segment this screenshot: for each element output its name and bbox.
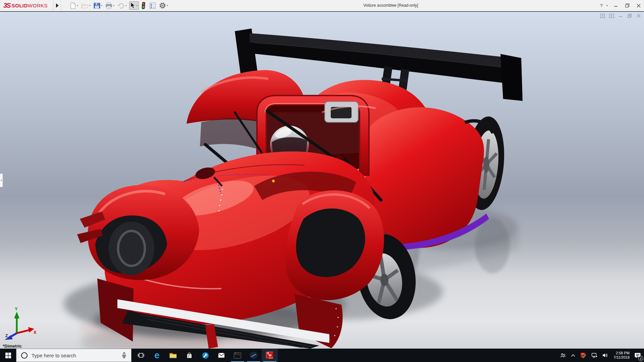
task-view-button[interactable]	[133, 349, 149, 362]
save-dropdown-caret[interactable]: ▾	[101, 4, 102, 7]
traffic-light-icon	[141, 2, 146, 9]
pane-right-button[interactable]	[609, 13, 614, 18]
pane-left-button[interactable]	[600, 13, 605, 18]
new-dropdown-caret[interactable]: ▾	[77, 4, 78, 7]
store-icon	[186, 352, 193, 359]
store-button[interactable]	[181, 349, 197, 362]
file-properties-icon	[149, 2, 156, 9]
solidworks-2017-icon: S W 2017	[266, 352, 273, 359]
doc-close-button[interactable]	[636, 13, 641, 18]
search-input[interactable]	[32, 353, 121, 358]
help-button[interactable]: ?	[598, 2, 605, 9]
hexagon-app-button[interactable]	[246, 349, 262, 362]
desktop-screen: 3S SOLIDWORKS ▾ ▾	[0, 0, 644, 362]
title-bar: 3S SOLIDWORKS ▾ ▾	[0, 0, 644, 11]
mail-icon	[218, 353, 225, 358]
solidworks-logo: 3S SOLIDWORKS	[3, 0, 48, 11]
volume-button[interactable]	[602, 353, 608, 358]
view-orientation-label: *Dimetric	[3, 344, 22, 349]
flyout-arrow-icon	[56, 3, 59, 8]
command-prompt-icon: C:\_	[234, 352, 241, 359]
doc-minimize-button[interactable]	[618, 13, 623, 18]
hexagon-app-icon	[250, 351, 257, 359]
support-tool-button[interactable]	[197, 349, 213, 362]
feature-panel-tab[interactable]	[0, 173, 3, 187]
minimize-icon	[614, 4, 618, 8]
rebuild-button[interactable]	[141, 1, 147, 10]
menu-flyout-button[interactable]	[53, 0, 61, 11]
notification-badge: 2	[638, 356, 643, 361]
edge-button[interactable]: e	[149, 349, 165, 362]
microphone-icon[interactable]	[121, 352, 127, 358]
solidworks-logo-text: SOLID	[11, 3, 28, 8]
taskbar-clock[interactable]: 2:58 PM 7/11/2018	[613, 351, 630, 360]
options-button[interactable]: ▾	[158, 1, 169, 10]
select-tool-button[interactable]: ▾	[129, 1, 139, 10]
doc-close-icon	[637, 14, 641, 18]
triad-z-label: Z	[5, 334, 8, 338]
solidworks-logo-mark-icon: 3S	[3, 2, 10, 9]
file-explorer-button[interactable]	[165, 349, 181, 362]
solidworks-taskbar-button[interactable]: S W 2017	[262, 349, 278, 362]
system-tray: 2:58 PM 7/11/2018 2	[558, 349, 644, 362]
tray-overflow-button[interactable]	[571, 354, 576, 357]
people-icon	[560, 353, 566, 358]
undo-button[interactable]: ▾	[117, 2, 127, 10]
triad-y-label: Y	[15, 306, 18, 311]
close-button[interactable]	[635, 2, 642, 9]
select-cursor-icon	[130, 2, 136, 9]
people-button[interactable]	[560, 353, 566, 358]
command-prompt-button[interactable]: C:\_	[229, 349, 246, 362]
restore-button[interactable]	[624, 2, 631, 9]
action-center-button[interactable]: 2	[632, 349, 643, 362]
help-dropdown-caret[interactable]: ▾	[606, 4, 608, 7]
file-properties-button[interactable]	[149, 2, 157, 10]
panel-tab-dot	[1, 180, 2, 181]
doc-restore-button[interactable]	[627, 13, 632, 18]
open-button[interactable]: ▾	[80, 2, 91, 9]
taskbar-search[interactable]	[16, 349, 131, 362]
file-explorer-icon	[169, 352, 177, 359]
3d-model-scene[interactable]	[0, 12, 644, 349]
orientation-triad: Y X Z	[1, 306, 36, 341]
pane-left-icon	[600, 14, 605, 18]
new-document-icon	[70, 2, 76, 9]
new-document-button[interactable]: ▾	[69, 2, 79, 10]
graphics-viewport[interactable]: Y X Z *Dimetric	[0, 12, 644, 349]
windows-taskbar: e	[0, 349, 644, 362]
minimize-button[interactable]	[612, 2, 619, 9]
quick-access-toolbar: ▾ ▾ ▾	[69, 0, 170, 11]
print-dropdown-caret[interactable]: ▾	[113, 4, 114, 7]
window-controls: ? ▾	[598, 0, 642, 11]
print-icon	[105, 2, 112, 9]
taskbar-apps: e	[133, 349, 278, 362]
close-icon	[637, 4, 641, 8]
undo-icon	[117, 2, 125, 9]
select-dropdown-caret[interactable]: ▾	[136, 4, 138, 7]
doc-minimize-icon	[619, 14, 623, 18]
open-folder-icon	[81, 2, 89, 9]
solidworks-logo-text-light: WORKS	[28, 3, 48, 8]
gear-icon	[159, 2, 166, 9]
solidworks-tray-button[interactable]	[580, 352, 587, 358]
options-dropdown-caret[interactable]: ▾	[167, 4, 168, 7]
solidworks-tray-icon	[580, 352, 587, 358]
network-icon	[591, 353, 597, 358]
triad-x-label: X	[34, 330, 36, 335]
document-window-controls	[600, 13, 641, 18]
pane-right-icon	[609, 14, 614, 18]
sketch-point[interactable]	[272, 180, 275, 183]
network-button[interactable]	[591, 353, 597, 358]
open-dropdown-caret[interactable]: ▾	[89, 4, 91, 7]
print-button[interactable]: ▾	[105, 2, 115, 10]
mail-button[interactable]	[213, 349, 229, 362]
wrench-circle-icon	[202, 352, 209, 359]
window-title: Voiture assomblee [Read-only]	[181, 0, 600, 11]
start-button[interactable]	[0, 349, 16, 362]
rearview-mirror	[325, 102, 358, 122]
save-button[interactable]: ▾	[93, 2, 103, 10]
cortana-icon	[21, 352, 28, 359]
save-floppy-icon	[94, 2, 100, 9]
windows-logo-icon	[5, 353, 11, 358]
undo-dropdown-caret[interactable]: ▾	[125, 4, 127, 7]
